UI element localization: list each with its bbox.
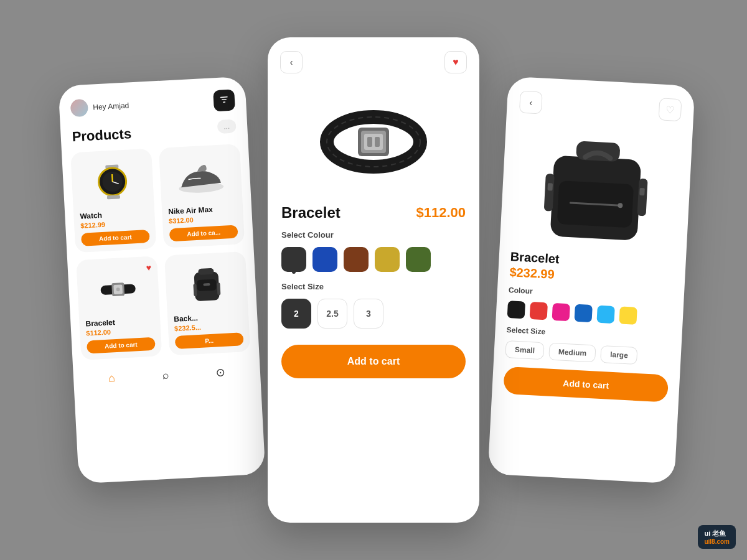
size-section: Select Size 2 2.5 3 [281,282,466,329]
right-phone: ‹ ♡ Bracelet $232.99 Co [487,77,695,484]
svg-rect-18 [193,284,197,296]
size-swatch-2-5[interactable]: 2.5 [317,299,347,329]
color-swatch-black[interactable] [281,247,306,272]
watermark-sub-text: uil8.com [704,538,730,545]
center-product-price: $112.00 [416,205,466,221]
size-section-label: Select Size [281,282,466,291]
svg-rect-25 [375,137,380,147]
right-color-yellow[interactable] [619,306,637,324]
right-favorite-heart-icon: ♡ [665,103,675,116]
size-swatches: 2 2.5 3 [281,299,466,329]
bottom-nav: ⌂ ⌕ ⊙ [73,356,261,393]
right-color-red[interactable] [530,302,548,320]
color-swatch-gold[interactable] [375,247,400,272]
right-color-lightblue[interactable] [596,306,614,324]
right-size-large[interactable]: large [600,345,637,365]
nav-cart-icon[interactable]: ⊙ [215,365,225,380]
product-card-backpack: Back... $232.5... P... [164,251,250,356]
nav-home-icon[interactable]: ⌂ [108,371,115,385]
watermark-text: ui 老鱼 [704,529,730,538]
color-section-label: Select Colour [281,230,466,240]
svg-rect-8 [106,195,120,199]
svg-rect-24 [367,137,372,147]
center-phone: ‹ ♥ Bracelet $112.00 Select Colour [268,37,479,523]
right-back-button[interactable]: ‹ [519,91,543,114]
add-to-cart-bracelet[interactable]: Add to cart [87,337,156,354]
filter-button[interactable] [213,90,235,112]
left-phone: Hey Amjad ... Products [58,77,265,484]
product-card-bracelet: ♥ Bracelet $112.00 Add to cart [76,256,162,360]
add-to-cart-watch[interactable]: Add to cart [81,230,150,246]
right-color-pink[interactable] [552,303,570,321]
right-color-blue[interactable] [574,304,592,322]
product-image-bracelet [83,263,154,316]
center-header: ‹ ♥ [268,37,479,80]
add-to-cart-main-button[interactable]: Add to cart [281,345,466,378]
add-to-cart-shoe[interactable]: Add to ca... [169,225,238,242]
favorite-heart-icon: ♥ [453,57,459,68]
favorite-button[interactable]: ♥ [444,51,467,73]
svg-rect-0 [220,96,228,98]
product-card-watch: Watch $212.99 Add to cart [70,149,156,253]
svg-line-6 [111,174,112,181]
right-size-medium[interactable]: Medium [548,343,596,363]
watermark: ui 老鱼 uil8.com [698,525,736,549]
right-product-image [499,118,693,258]
svg-rect-19 [217,282,220,295]
product-image-shoe [165,151,236,204]
center-product-name: Bracelet [281,204,341,222]
color-swatches [281,247,466,272]
center-content: Bracelet $112.00 Select Colour Select Si… [268,204,479,378]
right-size-swatches: Small Medium large [505,340,670,366]
user-section: Hey Amjad [70,96,129,117]
heart-icon-bracelet[interactable]: ♥ [146,263,151,273]
filter-icon [219,94,230,106]
right-size-small[interactable]: Small [505,340,544,360]
dots-menu[interactable]: ... [217,119,237,134]
right-favorite-button[interactable]: ♡ [659,98,682,121]
right-back-arrow-icon: ‹ [529,97,533,107]
center-product-image [268,80,479,204]
back-button[interactable]: ‹ [280,51,303,73]
color-swatch-green[interactable] [406,247,431,272]
svg-rect-17 [203,282,210,286]
svg-rect-35 [639,188,645,195]
user-greeting: Hey Amjad [93,101,129,111]
svg-rect-15 [198,268,214,274]
product-image-watch [77,155,148,208]
svg-rect-2 [223,101,225,103]
nav-search-icon[interactable]: ⌕ [162,368,169,382]
color-swatch-blue[interactable] [312,247,337,272]
svg-rect-23 [364,134,383,150]
size-swatch-2[interactable]: 2 [281,299,311,329]
avatar [70,99,88,117]
product-card-shoe: Nike Air Max $312.00 Add to ca... [159,144,245,248]
product-image-backpack [171,258,242,311]
svg-rect-1 [222,99,227,100]
product-title-row: Bracelet $112.00 [281,204,466,222]
right-color-label: Colour [509,286,673,303]
back-arrow-icon: ‹ [290,57,293,67]
right-color-black[interactable] [507,301,525,319]
add-to-cart-backpack[interactable]: P... [175,332,244,349]
products-grid: Watch $212.99 Add to cart Nike Air Max $… [62,143,259,360]
size-swatch-3[interactable]: 3 [354,299,383,329]
svg-rect-34 [547,183,553,190]
color-swatch-brown[interactable] [344,247,369,272]
right-content: Bracelet $232.99 Colour Select Size Smal… [492,249,686,403]
right-size-label: Select Size [506,325,670,343]
right-color-swatches [507,301,672,327]
right-add-to-cart-button[interactable]: Add to cart [503,366,669,403]
